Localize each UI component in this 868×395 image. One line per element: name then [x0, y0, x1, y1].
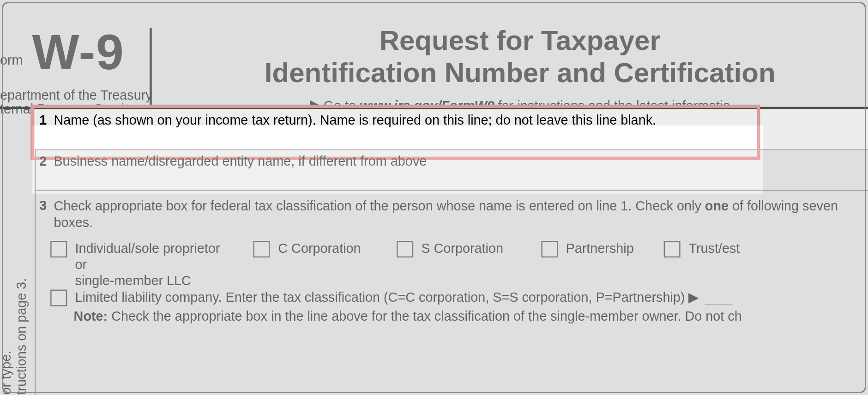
dim-overlay-left	[0, 126, 32, 194]
dim-overlay-top	[0, 0, 868, 126]
line-2-label: Business name/disregarded entity name, i…	[54, 153, 427, 169]
line-2-number: 2	[39, 153, 47, 169]
line-2-business-name-field[interactable]: 2 Business name/disregarded entity name,…	[35, 150, 868, 191]
dim-overlay-bottom	[0, 194, 868, 395]
dim-overlay-right	[763, 126, 868, 194]
